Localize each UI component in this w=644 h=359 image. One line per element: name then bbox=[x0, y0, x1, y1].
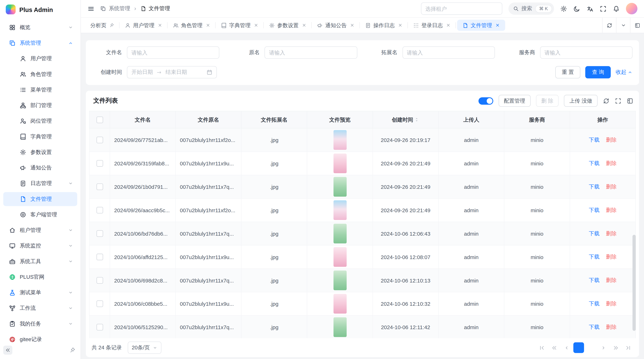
close-icon[interactable] bbox=[350, 23, 354, 27]
fullscreen-table-icon[interactable] bbox=[615, 97, 622, 104]
close-icon[interactable] bbox=[495, 23, 500, 27]
close-icon[interactable] bbox=[206, 23, 210, 27]
close-icon[interactable] bbox=[302, 23, 306, 27]
pin-icon[interactable] bbox=[110, 23, 114, 27]
download-link[interactable]: 下载 bbox=[589, 254, 600, 260]
row-checkbox[interactable] bbox=[96, 254, 103, 261]
download-link[interactable]: 下载 bbox=[589, 277, 600, 283]
filter-input[interactable] bbox=[402, 46, 495, 59]
filter-input[interactable] bbox=[540, 46, 632, 59]
page-number-button[interactable] bbox=[573, 342, 584, 353]
sidebar-item[interactable]: 参数设置 bbox=[3, 145, 77, 159]
sidebar-item[interactable]: PLUS官网 bbox=[3, 270, 77, 284]
delete-link[interactable]: 删除 bbox=[606, 324, 617, 330]
tab[interactable]: 通知公告 bbox=[312, 18, 360, 33]
download-link[interactable]: 下载 bbox=[589, 207, 600, 213]
sidebar-item[interactable]: 系统工具 bbox=[3, 254, 77, 268]
delete-link[interactable]: 删除 bbox=[606, 301, 617, 307]
table-row[interactable]: 2024/10/06/5125290... 007u2bluly1hrr11x7… bbox=[89, 315, 636, 338]
next-page-button[interactable] bbox=[598, 342, 609, 353]
file-preview-thumbnail[interactable] bbox=[333, 247, 346, 267]
table-row[interactable]: 2024/09/26/3159fab8... 007u2bluly1hrr11x… bbox=[89, 152, 636, 175]
sidebar-item[interactable]: 菜单管理 bbox=[3, 83, 77, 97]
row-checkbox[interactable] bbox=[96, 277, 103, 284]
row-checkbox[interactable] bbox=[96, 184, 103, 190]
delete-link[interactable]: 删除 bbox=[606, 254, 617, 260]
tab[interactable]: 分析页 bbox=[85, 18, 120, 33]
notifications-bell-icon[interactable] bbox=[613, 5, 620, 12]
sidebar-item[interactable]: 工作流 bbox=[3, 301, 77, 315]
delete-link[interactable]: 删除 bbox=[606, 137, 617, 143]
sidebar-item[interactable]: 通知公告 bbox=[3, 161, 77, 175]
sidebar-collapse-button[interactable] bbox=[3, 346, 12, 355]
tab[interactable]: 用户管理 bbox=[120, 18, 168, 33]
file-preview-thumbnail[interactable] bbox=[333, 294, 346, 314]
hamburger-menu-icon[interactable] bbox=[88, 5, 94, 12]
fullscreen-icon[interactable] bbox=[600, 5, 606, 12]
pin-icon[interactable] bbox=[70, 347, 76, 353]
sidebar-item[interactable]: 概览 bbox=[3, 20, 77, 34]
config-manage-button[interactable]: 配置管理 bbox=[498, 95, 530, 107]
page-size-select[interactable]: 20条/页 bbox=[128, 342, 161, 354]
close-icon[interactable] bbox=[254, 23, 258, 27]
upload-button[interactable]: 上传 没做 bbox=[564, 95, 598, 107]
reset-button[interactable]: 重 置 bbox=[555, 66, 580, 78]
page-number-button[interactable] bbox=[586, 342, 596, 353]
table-row[interactable]: 2024/10/06/bd76db6... 007u2bluly1hrr11x7… bbox=[89, 222, 636, 245]
table-row[interactable]: 2024/10/06/c08bbe5... 007u2bluly1hrr11x9… bbox=[89, 292, 636, 316]
collapse-filters-link[interactable]: 收起 bbox=[616, 68, 632, 76]
file-preview-thumbnail[interactable] bbox=[333, 224, 346, 243]
delete-link[interactable]: 删除 bbox=[606, 230, 617, 236]
breadcrumb-root[interactable]: 系统管理 bbox=[109, 5, 130, 12]
layout-button[interactable] bbox=[630, 18, 644, 33]
table-row[interactable]: 2024/09/26/1b0d791... 007u2bluly1hrr11x7… bbox=[89, 175, 636, 198]
tab[interactable]: 文件管理 bbox=[457, 20, 505, 31]
tab[interactable]: 操作日志 bbox=[360, 18, 408, 33]
filter-input[interactable] bbox=[127, 46, 219, 59]
delete-link[interactable]: 删除 bbox=[606, 183, 617, 190]
sidebar-item[interactable]: 角色管理 bbox=[3, 67, 77, 81]
settings-icon[interactable] bbox=[560, 5, 567, 12]
row-checkbox[interactable] bbox=[96, 207, 103, 214]
search-button[interactable]: 查 询 bbox=[586, 66, 611, 78]
table-scrollbar-thumb[interactable] bbox=[632, 235, 636, 331]
table-row[interactable]: 2024/10/06/affd2125... 007u2bluly1hrr11x… bbox=[89, 245, 636, 269]
file-preview-thumbnail[interactable] bbox=[333, 154, 346, 173]
tenant-select-input[interactable] bbox=[421, 2, 502, 15]
file-preview-thumbnail[interactable] bbox=[333, 271, 346, 290]
sidebar-item[interactable]: 文件管理 bbox=[3, 192, 77, 206]
next-fast-button[interactable] bbox=[610, 342, 621, 353]
sidebar-item[interactable]: 我的任务 bbox=[3, 317, 77, 331]
download-link[interactable]: 下载 bbox=[589, 183, 600, 190]
file-preview-thumbnail[interactable] bbox=[333, 177, 346, 197]
table-row[interactable]: 2024/09/26/aacc9b5c... 007u2bluly1hrr11x… bbox=[89, 198, 636, 222]
column-header-sortable[interactable]: 创建时间 bbox=[373, 111, 438, 128]
last-page-button[interactable] bbox=[623, 342, 634, 353]
row-checkbox[interactable] bbox=[96, 324, 103, 331]
first-page-button[interactable] bbox=[536, 342, 547, 353]
refresh-tab-button[interactable] bbox=[602, 18, 616, 33]
tabs-dropdown-button[interactable] bbox=[616, 18, 630, 33]
file-preview-thumbnail[interactable] bbox=[333, 200, 346, 220]
file-preview-thumbnail[interactable] bbox=[333, 317, 346, 337]
tab[interactable]: 参数设置 bbox=[264, 18, 312, 33]
sidebar-item[interactable]: 系统监控 bbox=[3, 239, 77, 253]
row-checkbox[interactable] bbox=[96, 230, 103, 237]
sidebar-item[interactable]: 测试菜单 bbox=[3, 286, 77, 300]
tab[interactable]: 字典管理 bbox=[216, 18, 264, 33]
sidebar-item[interactable]: 字典管理 bbox=[3, 130, 77, 144]
file-preview-thumbnail[interactable] bbox=[333, 130, 346, 150]
user-avatar[interactable] bbox=[626, 3, 638, 14]
filter-input[interactable] bbox=[264, 46, 357, 59]
row-checkbox[interactable] bbox=[96, 137, 103, 143]
prev-page-button[interactable] bbox=[561, 342, 572, 353]
tab[interactable]: 登录日志 bbox=[408, 18, 456, 33]
prev-fast-button[interactable] bbox=[549, 342, 560, 353]
close-icon[interactable] bbox=[398, 23, 402, 27]
sidebar-item[interactable]: 部门管理 bbox=[3, 98, 77, 112]
download-link[interactable]: 下载 bbox=[589, 301, 600, 307]
sidebar-item[interactable]: 租户管理 bbox=[3, 223, 77, 237]
sidebar-item[interactable]: 用户管理 bbox=[3, 52, 77, 66]
close-icon[interactable] bbox=[446, 23, 450, 27]
delete-link[interactable]: 删除 bbox=[606, 207, 617, 213]
